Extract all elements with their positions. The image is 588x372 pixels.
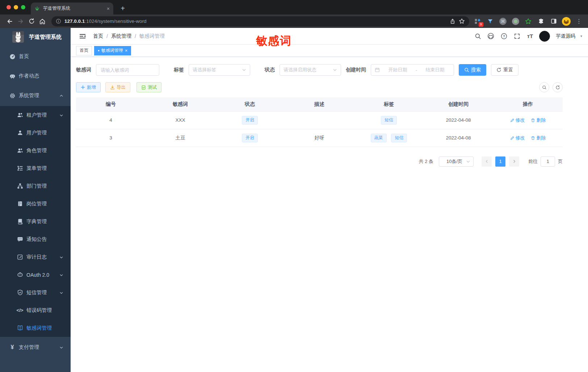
- sidebar-item-role[interactable]: 角色管理: [0, 142, 71, 159]
- extension-command-icon[interactable]: ⌘: [498, 17, 508, 26]
- sidebar-item-label: 短信管理: [26, 289, 47, 296]
- add-button[interactable]: 新增: [76, 82, 101, 92]
- font-size-icon[interactable]: тT: [526, 32, 534, 40]
- tag-sensitive-word[interactable]: ● 敏感词管理 ×: [94, 46, 131, 55]
- sidebar-item-user[interactable]: 用户管理: [0, 124, 71, 142]
- sidebar-item-dept[interactable]: 部门管理: [0, 177, 71, 195]
- edit-link[interactable]: 修改: [510, 135, 525, 141]
- bookmark-star-icon[interactable]: [459, 18, 465, 24]
- sidebar-item-system[interactable]: 系统管理: [0, 87, 71, 105]
- chevron-down-icon: [59, 291, 63, 295]
- goto-label: 前往: [528, 158, 538, 165]
- tag-home[interactable]: 首页: [76, 46, 92, 55]
- search-icon[interactable]: [474, 32, 482, 40]
- sidebar-logo[interactable]: 芋道管理系统: [0, 28, 71, 46]
- browser-toolbar: 127.0.0.1:1024/system/sensitive-word 9 ⌘: [0, 14, 588, 28]
- sidebar-item-menu[interactable]: 菜单管理: [0, 159, 71, 177]
- prev-page-button[interactable]: [482, 156, 492, 167]
- users-icon: [17, 112, 23, 118]
- page-size-select[interactable]: 10条/页: [439, 156, 474, 167]
- user-name[interactable]: 芋道源码: [556, 33, 575, 39]
- sidebar-item-error-code[interactable]: </> 错误码管理: [0, 301, 71, 319]
- tag-select[interactable]: 请选择标签: [189, 64, 250, 76]
- tab-close-icon[interactable]: ×: [107, 6, 110, 12]
- keyword-input[interactable]: [96, 64, 159, 76]
- user-avatar[interactable]: [539, 31, 550, 42]
- url-bar[interactable]: 127.0.0.1:1024/system/sensitive-word: [51, 16, 469, 26]
- sidebar-item-post[interactable]: 岗位管理: [0, 195, 71, 213]
- collapse-sidebar-icon[interactable]: [79, 32, 87, 40]
- breadcrumb-system[interactable]: 系统管理: [111, 33, 131, 39]
- extension-funnel-icon[interactable]: [486, 17, 495, 26]
- tag-close-icon[interactable]: ×: [125, 48, 128, 53]
- sidebar-item-sms[interactable]: 短信管理: [0, 284, 71, 301]
- new-tab-button[interactable]: +: [118, 3, 128, 13]
- sidebar-item-oauth[interactable]: OAuth 2.0: [0, 266, 71, 284]
- close-window-button[interactable]: [7, 5, 11, 9]
- minimize-window-button[interactable]: [14, 5, 18, 9]
- page-size-value: 10条/页: [443, 158, 466, 165]
- edit-log-icon: [17, 254, 23, 260]
- chevron-down-icon: [59, 255, 63, 259]
- screen: 芋道管理系统 × + 127.0.0.1:1024/system/sensiti…: [0, 0, 588, 372]
- share-icon[interactable]: [450, 18, 455, 24]
- sidebar-item-payment[interactable]: ¥ 支付管理: [0, 338, 71, 356]
- status-filter-label: 状态: [265, 67, 275, 73]
- side-panel-icon[interactable]: [549, 17, 558, 26]
- sidebar-item-sensitive-word[interactable]: 敏感词管理: [0, 319, 71, 337]
- sidebar-item-tenant[interactable]: 租户管理: [0, 106, 71, 124]
- dashboard-icon: [9, 53, 16, 60]
- sidebar-item-label: OAuth 2.0: [26, 272, 49, 278]
- forward-icon[interactable]: [15, 16, 26, 27]
- chevron-right-icon: [512, 159, 516, 163]
- help-icon[interactable]: ?: [500, 32, 508, 40]
- breadcrumb-separator: /: [106, 33, 108, 39]
- breadcrumb-home[interactable]: 首页: [93, 33, 103, 39]
- sidebar-item-notice[interactable]: 通知公告: [0, 230, 71, 248]
- github-icon[interactable]: [487, 32, 495, 40]
- app-frame: 芋道管理系统 首页 作者动态 系统管理: [0, 28, 588, 372]
- edit-link[interactable]: 修改: [510, 117, 525, 124]
- delete-link[interactable]: 删除: [531, 135, 546, 141]
- sidebar-item-label: 作者动态: [19, 73, 39, 79]
- sidebar-item-dict[interactable]: 字典管理: [0, 213, 71, 230]
- reload-icon[interactable]: [26, 16, 37, 27]
- user-menu-caret-icon[interactable]: ▾: [580, 34, 582, 38]
- browser-menu-icon[interactable]: ⋮: [574, 17, 584, 26]
- reset-button[interactable]: 重置: [491, 64, 518, 76]
- page-number-1[interactable]: 1: [495, 156, 505, 167]
- chevron-down-icon: [242, 68, 246, 72]
- site-info-icon[interactable]: [56, 18, 61, 24]
- date-range-picker[interactable]: 开始日期 - 结束日期: [371, 64, 454, 76]
- status-badge: 开启: [242, 116, 258, 125]
- sidebar-item-author-news[interactable]: 作者动态: [0, 67, 71, 85]
- cell-description: 好呀: [285, 129, 354, 147]
- sidebar-item-label: 部门管理: [26, 183, 47, 189]
- delete-link[interactable]: 删除: [531, 117, 546, 124]
- back-icon[interactable]: [4, 16, 15, 27]
- profile-avatar-emoji[interactable]: [562, 17, 571, 26]
- extensions-puzzle-icon[interactable]: [536, 17, 546, 26]
- dictionary-book-icon: [17, 218, 23, 225]
- status-select[interactable]: 请选择启用状态: [280, 64, 341, 76]
- export-button[interactable]: 导出: [105, 82, 130, 92]
- sidebar-item-audit-log[interactable]: 审计日志: [0, 248, 71, 266]
- org-chart-icon: [17, 183, 23, 189]
- test-button[interactable]: 测试: [136, 82, 161, 92]
- home-icon[interactable]: [37, 16, 48, 27]
- fullscreen-icon[interactable]: [513, 32, 521, 40]
- refresh-table-button[interactable]: [553, 82, 563, 92]
- sidebar-item-home[interactable]: 首页: [0, 47, 71, 66]
- goto-page-input[interactable]: [541, 156, 555, 167]
- search-button[interactable]: 搜索: [459, 64, 486, 76]
- extension-grid-icon[interactable]: 9: [473, 17, 482, 26]
- zoom-window-button[interactable]: [21, 5, 25, 9]
- open-book-icon: [17, 325, 23, 331]
- next-page-button[interactable]: [509, 156, 519, 167]
- cell-id: 4: [76, 111, 146, 129]
- chevron-left-icon: [485, 159, 489, 163]
- extension-green-star-icon[interactable]: [524, 17, 533, 26]
- browser-tab[interactable]: 芋道管理系统 ×: [31, 3, 113, 14]
- show-search-button[interactable]: [539, 82, 549, 92]
- extension-record-icon[interactable]: [511, 17, 520, 26]
